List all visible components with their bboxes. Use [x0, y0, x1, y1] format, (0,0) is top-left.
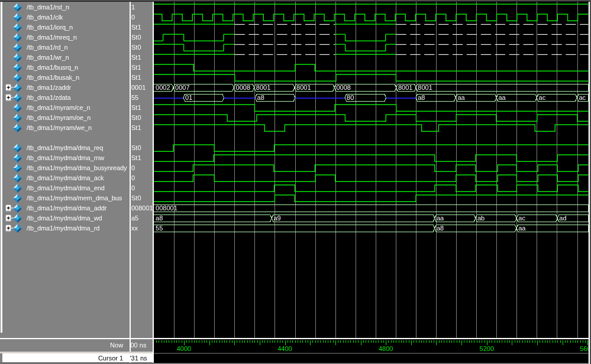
- svg-text:aa: aa: [518, 225, 526, 232]
- svg-text:008001: 008001: [156, 204, 177, 212]
- svg-text:8001: 8001: [256, 84, 270, 91]
- svg-text:a8: a8: [418, 94, 425, 101]
- svg-text:ac: ac: [579, 94, 586, 101]
- svg-text:0002: 0002: [156, 84, 170, 91]
- svg-text:8001: 8001: [418, 84, 432, 91]
- svg-text:4400: 4400: [277, 345, 292, 352]
- svg-text:5200: 5200: [480, 345, 494, 352]
- svg-text:0007: 0007: [175, 84, 189, 91]
- svg-text:4000: 4000: [177, 345, 191, 352]
- svg-text:ab: ab: [477, 214, 485, 222]
- svg-text:aa: aa: [498, 94, 506, 101]
- svg-text:55: 55: [156, 225, 163, 232]
- svg-text:4800: 4800: [379, 345, 393, 352]
- svg-text:0008: 0008: [236, 84, 250, 91]
- svg-text:a8: a8: [437, 225, 444, 232]
- svg-text:8001: 8001: [296, 84, 311, 91]
- svg-text:0008: 0008: [336, 84, 350, 91]
- svg-text:ad: ad: [559, 214, 566, 222]
- svg-text:ac: ac: [539, 94, 546, 101]
- svg-text:a8: a8: [156, 214, 163, 222]
- svg-text:8001: 8001: [398, 84, 412, 91]
- svg-text:a9: a9: [274, 214, 281, 222]
- svg-text:01: 01: [185, 94, 192, 101]
- svg-text:aa: aa: [437, 214, 444, 222]
- svg-text:80: 80: [347, 94, 354, 101]
- svg-text:a8: a8: [257, 94, 264, 101]
- svg-text:aa: aa: [458, 94, 466, 101]
- svg-text:ac: ac: [518, 214, 525, 222]
